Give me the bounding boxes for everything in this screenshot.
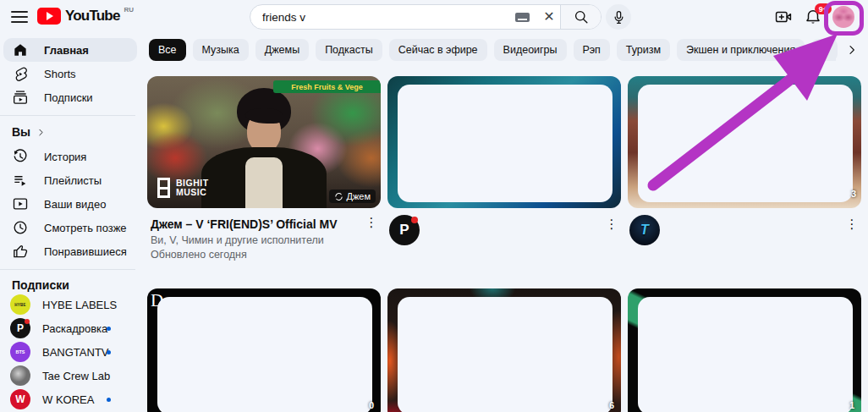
you-label: Вы <box>12 125 30 139</box>
video-duration: 3 <box>851 189 856 199</box>
sidebar-item-your-videos[interactable]: Ваши видео <box>3 192 137 216</box>
redaction-overlay <box>638 297 853 412</box>
bighit-music-logo: BIGHITMUSIC <box>157 178 209 198</box>
playlists-icon <box>12 172 29 189</box>
sidebar-item-label: Подписки <box>44 91 93 104</box>
home-icon <box>12 41 29 58</box>
video-menu-button[interactable] <box>364 213 379 232</box>
redaction-overlay <box>398 85 613 202</box>
youtube-home-page: YouTube RU ✕ <box>0 0 868 412</box>
thumbs-up-icon <box>12 243 29 260</box>
channel-avatar: HYBE <box>10 294 30 315</box>
channel-avatar: W <box>10 389 30 409</box>
video-card: 6 <box>387 288 621 412</box>
video-thumbnail[interactable] <box>387 76 621 208</box>
youtube-wordmark: YouTube <box>65 8 120 25</box>
video-card: P <box>387 76 621 208</box>
video-thumbnail[interactable]: 1 <box>628 288 861 412</box>
channel-name: Раскадровка <box>42 322 107 335</box>
sidebar-section-you[interactable]: Вы <box>12 125 47 139</box>
channel-avatar: BTS <box>10 342 30 362</box>
redaction-overlay <box>398 297 613 412</box>
history-icon <box>12 148 29 165</box>
video-menu-button[interactable] <box>604 215 619 233</box>
unread-dot <box>107 398 111 402</box>
sidebar-item-home[interactable]: Главная <box>3 38 137 62</box>
sidebar-item-subscriptions[interactable]: Подписки <box>3 85 137 109</box>
sidebar-item-label: Главная <box>44 44 89 57</box>
sidebar-item-playlists[interactable]: Плейлисты <box>3 168 137 192</box>
sidebar-subscription-raskadrovka[interactable]: P Раскадровка <box>3 316 137 340</box>
sidebar-item-label: Ваши видео <box>44 198 106 211</box>
channel-name: HYBE LABELS <box>42 299 117 311</box>
unread-dot <box>107 350 111 354</box>
video-title[interactable]: Джем – V ‘FRI(END)S’ Official MV <box>151 217 360 232</box>
channel-name: BANGTANTV <box>42 346 109 359</box>
unread-dot <box>107 327 111 331</box>
video-thumbnail[interactable]: 6 <box>387 288 621 412</box>
sidebar-subscription-hybe-labels[interactable]: HYBE HYBE LABELS <box>3 293 137 316</box>
video-duration: 0 <box>369 400 374 410</box>
youtube-logo[interactable]: YouTube RU <box>37 8 134 25</box>
video-menu-button[interactable] <box>844 215 860 233</box>
hamburger-menu-icon[interactable] <box>10 8 29 25</box>
video-card: 1 <box>628 288 861 412</box>
sidebar-item-label: Плейлисты <box>44 174 102 187</box>
sidebar-item-watch-later[interactable]: Смотреть позже <box>3 216 137 239</box>
channel-name: W KOREA <box>42 393 94 406</box>
channel-name: Tae Crew Lab <box>42 370 110 382</box>
video-duration: 1 <box>849 400 854 410</box>
sidebar-divider <box>0 269 135 270</box>
chevron-right-icon <box>36 127 47 138</box>
channel-avatar[interactable]: P <box>389 215 420 245</box>
region-label: RU <box>124 6 135 14</box>
profile-avatar[interactable] <box>832 6 854 28</box>
youtube-play-icon <box>37 8 61 25</box>
sidebar-subscription-w-korea[interactable]: W W KOREA <box>3 387 137 411</box>
sidebar-subscription-bangtantv[interactable]: BTS BANGTANTV <box>3 340 137 364</box>
sidebar: Главная Shorts Подписки Вы <box>0 34 144 412</box>
video-card: D 0 <box>147 288 381 412</box>
jam-badge: Джем <box>329 190 376 203</box>
bighit-logo-mark <box>157 178 170 198</box>
sidebar-item-label: Смотреть позже <box>44 222 127 234</box>
channel-avatar <box>10 365 30 386</box>
video-duration: 6 <box>609 400 614 410</box>
video-thumbnail[interactable]: D 0 <box>147 288 381 412</box>
sidebar-divider <box>0 115 135 116</box>
video-thumbnail[interactable]: 3 <box>628 76 861 208</box>
jam-mix-icon <box>334 192 343 201</box>
subscriptions-icon <box>12 89 29 106</box>
video-card: 3 T <box>628 76 861 208</box>
sidebar-item-label: История <box>44 151 86 163</box>
sidebar-item-history[interactable]: История <box>3 145 137 168</box>
thumbnail-store-banner: Fresh Fruits & Vege <box>273 80 381 93</box>
video-thumbnail[interactable]: Fresh Fruits & Vege BIGHITMUSIC Джем <box>147 76 381 208</box>
video-meta: Обновлено сегодня <box>151 249 360 261</box>
sidebar-item-liked-videos[interactable]: Понравившиеся <box>3 239 137 263</box>
watch-later-icon <box>12 219 29 236</box>
video-grid: Fresh Fruits & Vege BIGHITMUSIC Джем <box>144 0 868 412</box>
channel-avatar: P <box>10 318 30 338</box>
shorts-icon <box>12 65 29 82</box>
notification-count-badge: 9+ <box>815 3 832 14</box>
redaction-overlay <box>638 85 853 202</box>
sidebar-item-shorts[interactable]: Shorts <box>3 62 137 85</box>
sidebar-item-label: Понравившиеся <box>44 245 127 258</box>
sidebar-item-label: Shorts <box>44 68 76 80</box>
video-byline: Ви, V, Чимин и другие исполнители <box>151 234 360 246</box>
redaction-overlay <box>157 297 372 412</box>
your-videos-icon <box>12 195 29 212</box>
sidebar-subscription-tae-crew-lab[interactable]: Tae Crew Lab <box>3 364 137 387</box>
video-card: Fresh Fruits & Vege BIGHITMUSIC Джем <box>147 76 381 208</box>
channel-avatar[interactable]: T <box>629 215 660 245</box>
subscriptions-header: Подписки <box>12 278 69 292</box>
